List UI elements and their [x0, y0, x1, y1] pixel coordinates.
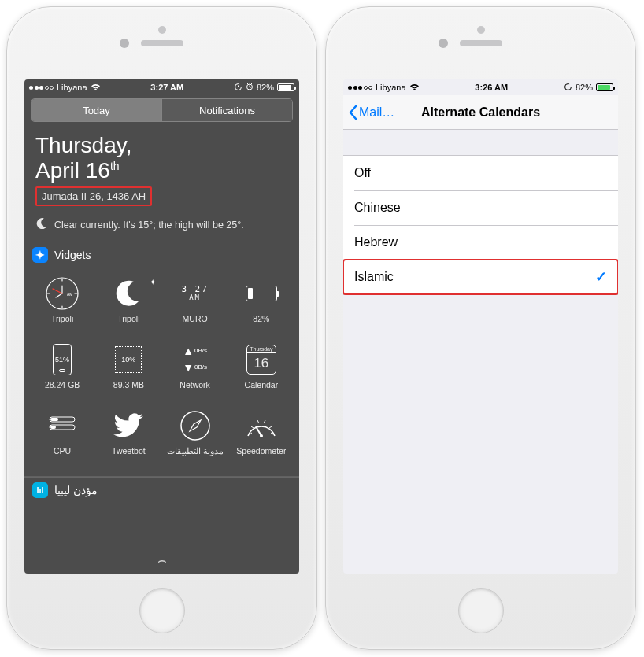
net-down: 0B/s	[194, 364, 207, 371]
svg-point-22	[260, 434, 263, 437]
widget-label: Speedometer	[236, 446, 286, 456]
widget-muathen-header[interactable]: lıl مؤذن ليبيا	[24, 477, 299, 503]
option-hebrew[interactable]: Hebrew	[343, 225, 618, 260]
svg-line-16	[251, 426, 254, 428]
widget-digital-time[interactable]: 3 27 AM MURO	[164, 275, 227, 336]
cpu-bars-icon	[31, 407, 94, 445]
alt-date-highlight: Jumada II 26, 1436 AH	[35, 186, 152, 206]
svg-line-17	[257, 420, 259, 423]
phone-camera	[439, 39, 448, 48]
status-time: 3:26 AM	[475, 83, 508, 92]
svg-point-14	[181, 412, 209, 440]
widget-tweetbot[interactable]: Tweetbot	[97, 407, 160, 468]
option-label: Islamic	[354, 270, 394, 284]
compass-icon	[164, 407, 227, 445]
net-up: 0B/s	[194, 348, 207, 355]
home-button[interactable]	[139, 588, 185, 633]
grabber-handle-icon[interactable]: ⌢	[157, 552, 167, 569]
widget-ram[interactable]: 10% 89.3 MB	[97, 341, 160, 402]
date-block: Thursday, April 16th Jumada II 26, 1436 …	[35, 133, 288, 206]
widget-section-header[interactable]: ✦ Vidgets	[24, 242, 299, 268]
widget-storage[interactable]: 51% 28.24 GB	[31, 341, 94, 402]
weather-text: Clear currently. It's 15°; the high will…	[54, 220, 244, 231]
phone-sensor	[477, 26, 485, 34]
battery-pct: 82%	[257, 83, 274, 92]
option-label: Hebrew	[354, 235, 398, 249]
device-inner-pct: 51%	[55, 356, 69, 364]
segmented-control: Today Notifications	[31, 98, 293, 122]
cal-dayname: Thursday	[247, 345, 276, 353]
option-off[interactable]: Off	[343, 156, 618, 190]
widget-label: Tripoli	[117, 314, 139, 323]
iphone-right: Libyana 3:26 AM 82% Mail…	[325, 6, 636, 650]
tab-notifications[interactable]: Notifications	[161, 99, 292, 121]
widget-label: مدونة التطبيقات	[167, 446, 224, 456]
back-button[interactable]: Mail…	[343, 105, 394, 120]
alt-date: Jumada II 26, 1436 AH	[42, 190, 146, 202]
widget-cpu[interactable]: CPU	[31, 407, 94, 468]
option-islamic[interactable]: Islamic ✓	[343, 260, 618, 294]
battery-icon	[277, 83, 294, 91]
widget-appblog[interactable]: مدونة التطبيقات	[164, 407, 227, 468]
svg-line-9	[53, 289, 62, 293]
option-label: Off	[354, 166, 371, 180]
widget-battery-pct[interactable]: 82%	[230, 275, 293, 336]
digital-time-bot: AM	[181, 294, 209, 302]
nav-title: Alternate Calendars	[421, 105, 540, 120]
weather-summary: Clear currently. It's 15°; the high will…	[24, 206, 299, 242]
phone-camera	[120, 39, 129, 48]
signal-dots-icon	[348, 86, 372, 90]
settings-screen: Libyana 3:26 AM 82% Mail…	[343, 79, 618, 574]
phone-speaker	[141, 40, 183, 46]
status-time: 3:27 AM	[150, 83, 183, 92]
crescent-moon-icon: ✦	[97, 275, 160, 312]
widget-muathen-title: مؤذن ليبيا	[54, 484, 98, 496]
widget-label: 89.3 MB	[113, 380, 144, 389]
battery-large-icon	[230, 275, 293, 312]
svg-line-8	[56, 293, 62, 297]
back-label: Mail…	[359, 105, 394, 120]
battery-icon	[596, 83, 613, 91]
svg-rect-13	[50, 426, 56, 429]
svg-line-19	[269, 426, 272, 428]
widget-speedometer[interactable]: Speedometer	[230, 407, 293, 468]
battery-pct: 82%	[576, 83, 593, 92]
widget-label: 28.24 GB	[45, 380, 80, 389]
carrier-label: Libyana	[376, 83, 406, 92]
date-monthday-text: April 16	[35, 158, 110, 183]
svg-line-18	[264, 420, 265, 423]
calendar-options-list: Off Chinese Hebrew Islamic ✓	[343, 155, 618, 295]
muathen-app-icon: lıl	[32, 482, 48, 498]
widget-label: Tripoli	[51, 314, 73, 323]
svg-line-21	[256, 426, 261, 436]
wifi-icon	[409, 83, 420, 91]
today-view-screen: Libyana 3:27 AM 82%	[24, 79, 299, 574]
chevron-left-icon	[348, 105, 357, 120]
home-button[interactable]	[458, 588, 504, 633]
chip-inner-pct: 10%	[121, 356, 135, 364]
option-label: Chinese	[354, 201, 401, 215]
widget-clock-tripoli[interactable]: AM Tripoli	[31, 275, 94, 336]
chip-icon: 10%	[115, 346, 142, 373]
date-monthday: April 16th	[35, 158, 288, 183]
rotation-lock-icon	[564, 83, 572, 93]
analog-clock-icon: AM	[45, 276, 80, 311]
widget-label: Tweetbot	[112, 446, 146, 456]
svg-rect-11	[50, 418, 58, 421]
vidgets-app-icon: ✦	[32, 247, 48, 263]
gauge-icon	[230, 407, 293, 445]
twitter-bird-icon	[97, 407, 160, 445]
tab-today[interactable]: Today	[31, 99, 161, 121]
widget-calendar[interactable]: Thursday 16 Calendar	[230, 341, 293, 402]
widget-label: Calendar	[245, 380, 279, 389]
widget-network[interactable]: ▲0B/s ▼0B/s Network	[164, 341, 227, 402]
option-chinese[interactable]: Chinese	[343, 190, 618, 225]
widget-moon-tripoli[interactable]: ✦ Tripoli	[97, 275, 160, 336]
signal-dots-icon	[29, 86, 54, 90]
status-bar: Libyana 3:27 AM 82%	[24, 79, 299, 95]
date-dayname: Thursday,	[35, 133, 288, 158]
widget-label: MURO	[183, 314, 208, 323]
wifi-icon	[91, 83, 101, 91]
calendar-icon: Thursday 16	[246, 345, 276, 375]
widget-label: 82%	[253, 314, 269, 323]
